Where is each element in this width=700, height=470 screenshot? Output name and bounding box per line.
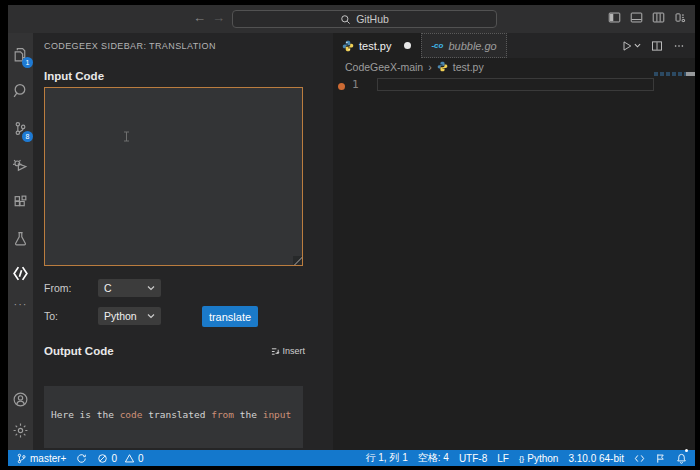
tab-test-py[interactable]: test.py	[333, 33, 421, 58]
vscode-window: ← → GitHub 1 8	[8, 5, 695, 466]
title-bar: ← → GitHub	[8, 5, 695, 33]
account-icon	[12, 391, 29, 408]
activity-account[interactable]	[8, 386, 33, 412]
workbench: 1 8 ···	[8, 33, 695, 450]
breadcrumb: CodeGeeX-main › test.py	[333, 58, 695, 75]
output-code-text: Here is the code translated from the inp…	[51, 409, 291, 420]
beaker-icon	[12, 230, 29, 247]
textarea-resize-grip[interactable]	[293, 256, 302, 265]
toggle-sidebar-icon[interactable]	[608, 11, 621, 24]
to-select-value: Python	[104, 310, 137, 322]
cursor-position[interactable]: 行 1, 列 1	[361, 450, 413, 466]
to-select[interactable]: Python	[98, 307, 161, 325]
encoding-label: UTF-8	[459, 453, 487, 464]
branch-name: master+	[30, 453, 66, 464]
history-forward-icon[interactable]: →	[212, 10, 225, 25]
status-bar: master+ 0 0 行 1, 列 1 空格: 4 UTF-8 LF {} P…	[8, 450, 695, 466]
language-mode[interactable]: {} Python	[514, 450, 563, 466]
more-views-icon: ···	[14, 298, 28, 310]
feedback-status[interactable]	[650, 450, 671, 466]
problems-status[interactable]: 0 0	[92, 450, 148, 466]
chevron-down-icon	[147, 312, 155, 320]
notifications-status[interactable]	[671, 450, 687, 466]
git-branch-icon	[16, 453, 27, 464]
notification-dot	[685, 449, 688, 452]
input-code-textarea[interactable]	[44, 87, 303, 266]
codegeex-icon	[12, 265, 29, 282]
tab-label: bubble.go	[448, 40, 496, 52]
eol[interactable]: LF	[492, 450, 514, 466]
toggle-secondary-sidebar-icon[interactable]	[652, 11, 665, 24]
search-icon	[340, 14, 351, 25]
source-control-badge: 8	[22, 131, 33, 142]
translate-button[interactable]: translate	[202, 306, 258, 327]
codegeex-sidebar: CODEGEEX SIDEBAR: TRANSLATION Input Code…	[33, 33, 333, 450]
input-code-container	[44, 87, 303, 266]
bell-icon	[676, 453, 687, 464]
activity-more[interactable]: ···	[8, 291, 33, 317]
code-area[interactable]: 1	[333, 75, 695, 450]
from-select-value: C	[104, 282, 112, 294]
warnings-icon	[124, 453, 135, 464]
text-cursor-pointer-icon	[123, 131, 130, 142]
search-view-icon	[12, 82, 29, 99]
indentation-label: 空格: 4	[418, 451, 449, 465]
from-select[interactable]: C	[98, 279, 161, 297]
activity-bar: 1 8 ···	[8, 33, 33, 450]
activity-codegeex[interactable]	[8, 260, 33, 286]
go-file-icon: -co	[431, 41, 443, 50]
command-center-search[interactable]: GitHub	[232, 10, 497, 28]
codegeex-status[interactable]	[629, 450, 650, 466]
interpreter-label: 3.10.0 64-bit	[568, 453, 624, 464]
tab-label: test.py	[359, 40, 391, 52]
activity-explorer[interactable]: 1	[8, 41, 33, 67]
breadcrumb-folder[interactable]: CodeGeeX-main	[345, 61, 423, 73]
errors-count: 0	[111, 453, 117, 464]
editor-actions	[621, 33, 695, 58]
angle-brackets-icon	[634, 453, 645, 464]
python-file-icon	[437, 61, 448, 72]
activity-extensions[interactable]	[8, 189, 33, 215]
command-center-label: GitHub	[356, 13, 389, 25]
warnings-count: 0	[138, 453, 144, 464]
toggle-panel-icon[interactable]	[630, 11, 643, 24]
activity-run-debug[interactable]	[8, 152, 33, 178]
breakpoint-indicator[interactable]	[338, 83, 345, 90]
sync-icon	[76, 453, 87, 464]
customize-layout-icon[interactable]	[674, 11, 687, 24]
output-code-block: Here is the code translated from the inp…	[44, 386, 303, 448]
status-bar-right: 行 1, 列 1 空格: 4 UTF-8 LF {} Python 3.10.0…	[361, 450, 687, 466]
activity-settings[interactable]	[8, 417, 33, 443]
extensions-icon	[12, 194, 29, 211]
python-file-icon	[342, 40, 354, 52]
output-code-label: Output Code	[44, 345, 114, 357]
layout-controls	[608, 11, 687, 24]
activity-testing[interactable]	[8, 225, 33, 251]
breadcrumb-file[interactable]: test.py	[453, 61, 484, 73]
braces-icon: {}	[519, 454, 524, 463]
input-code-label: Input Code	[44, 70, 104, 82]
editor-group: test.py -co bubble.go CodeGeeX-	[333, 33, 695, 450]
insert-button-label: Insert	[282, 346, 305, 356]
modified-indicator[interactable]	[404, 42, 411, 49]
encoding[interactable]: UTF-8	[454, 450, 492, 466]
more-actions-icon[interactable]	[673, 40, 685, 52]
git-branch-status[interactable]: master+	[16, 450, 71, 466]
indentation[interactable]: 空格: 4	[413, 450, 454, 466]
tab-bubble-go[interactable]: -co bubble.go	[421, 33, 506, 58]
errors-icon	[97, 453, 108, 464]
activity-search[interactable]	[8, 77, 33, 103]
python-interpreter[interactable]: 3.10.0 64-bit	[563, 450, 629, 466]
history-back-icon[interactable]: ←	[193, 10, 206, 25]
eol-label: LF	[497, 453, 509, 464]
split-editor-icon[interactable]	[651, 40, 663, 52]
run-debug-icon	[12, 157, 29, 174]
insert-button[interactable]: Insert	[271, 346, 305, 356]
sync-status[interactable]	[71, 450, 92, 466]
run-file-icon[interactable]	[621, 40, 633, 52]
sidebar-title: CODEGEEX SIDEBAR: TRANSLATION	[44, 41, 216, 51]
line-number: 1	[352, 78, 359, 91]
activity-source-control[interactable]: 8	[8, 115, 33, 141]
run-dropdown-chevron-icon[interactable]	[634, 42, 641, 49]
explorer-badge: 1	[22, 57, 33, 68]
